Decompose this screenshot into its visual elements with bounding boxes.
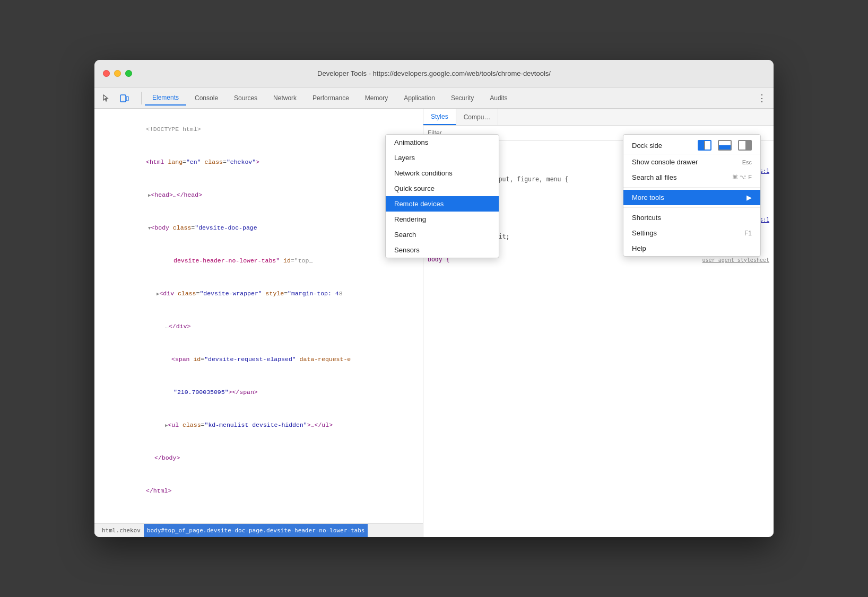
svg-point-2 (123, 100, 124, 101)
tab-audits[interactable]: Audits (482, 91, 515, 105)
menu-quick-source[interactable]: Quick source (386, 181, 499, 196)
show-console-shortcut: Esc (742, 159, 752, 165)
tab-application[interactable]: Application (396, 91, 442, 105)
more-tools-dropdown: Animations Layers Network conditions Qui… (385, 134, 499, 258)
settings-label: Settings (632, 229, 657, 237)
dock-side-row: Dock side (623, 135, 760, 154)
help-label: Help (632, 244, 646, 252)
menu-separator-2 (623, 207, 760, 208)
body-open-line: <body class="devsite-doc-page (94, 212, 423, 244)
show-console-drawer-item[interactable]: Show console drawer Esc (623, 154, 760, 170)
show-console-label: Show console drawer (632, 158, 698, 166)
settings-item[interactable]: Settings F1 (623, 225, 760, 241)
settings-dropdown: Dock side Show console drawer Esc Search… (623, 134, 761, 257)
settings-shortcut: F1 (744, 230, 752, 237)
body-close-line: </body> (94, 442, 423, 475)
more-options-button[interactable]: ⋮ (754, 91, 769, 106)
dock-left-icon[interactable] (698, 140, 711, 151)
div-close-line: …</div> (94, 310, 423, 343)
inspect-element-icon[interactable] (99, 91, 114, 106)
toolbar-divider (141, 92, 142, 104)
ul-line: <ul class="kd-menulist devsite-hidden">…… (94, 409, 423, 442)
tab-performance[interactable]: Performance (305, 91, 357, 105)
dock-side-label: Dock side (632, 142, 691, 150)
minimize-button[interactable] (114, 70, 121, 77)
device-toggle-icon[interactable] (117, 91, 132, 106)
title-bar: Developer Tools - https://developers.goo… (94, 60, 774, 87)
span-elapsed-line: <span id="devsite-request-elapsed" data-… (94, 343, 423, 376)
shortcuts-label: Shortcuts (632, 214, 661, 222)
search-files-label: Search all files (632, 173, 677, 181)
search-files-shortcut: ⌘ ⌥ F (732, 174, 752, 181)
doctype-line: <!DOCTYPE html> (94, 113, 423, 146)
html-open-line: <html lang="en" class="chekov"> (94, 146, 423, 179)
menu-search[interactable]: Search (386, 227, 499, 242)
traffic-lights (103, 70, 132, 77)
menu-network-conditions[interactable]: Network conditions (386, 165, 499, 181)
more-tools-item[interactable]: More tools ▶ (623, 190, 760, 205)
svg-rect-1 (126, 96, 128, 101)
toolbar-icons (99, 91, 132, 106)
body-ua-source: user agent stylesheet (702, 257, 769, 263)
tab-sources[interactable]: Sources (227, 91, 265, 105)
span-value-line: "210.700035095"></span> (94, 376, 423, 409)
window-title: Developer Tools - https://developers.goo… (317, 69, 551, 77)
tab-bar: Elements Console Sources Network Perform… (94, 87, 774, 109)
menu-layers[interactable]: Layers (386, 150, 499, 165)
maximize-button[interactable] (125, 70, 132, 77)
menu-separator-1 (623, 187, 760, 188)
menu-rendering[interactable]: Rendering (386, 212, 499, 227)
head-line: <head>…</head> (94, 179, 423, 212)
elements-content[interactable]: <!DOCTYPE html> <html lang="en" class="c… (94, 109, 423, 523)
breadcrumb-body[interactable]: body#top_of_page.devsite-doc-page.devsit… (144, 524, 368, 537)
body-class-continuation: devsite-header-no-lower-tabs" id="top_ (94, 244, 423, 277)
shortcuts-item[interactable]: Shortcuts (623, 210, 760, 225)
dock-bottom-icon[interactable] (718, 140, 732, 151)
more-tools-arrow: ▶ (747, 194, 752, 201)
menu-remote-devices[interactable]: Remote devices (386, 196, 499, 212)
breadcrumb-html[interactable]: html.chekov (99, 524, 144, 537)
styles-tabs: Styles Compu… (423, 109, 774, 126)
menu-sensors[interactable]: Sensors (386, 242, 499, 258)
html-close-line: </html> (94, 475, 423, 508)
div-wrapper-line: <div class="devsite-wrapper" style="marg… (94, 277, 423, 310)
tab-memory[interactable]: Memory (358, 91, 395, 105)
tab-console[interactable]: Console (187, 91, 225, 105)
search-all-files-item[interactable]: Search all files ⌘ ⌥ F (623, 170, 760, 185)
breadcrumb-bar: html.chekov body#top_of_page.devsite-doc… (94, 523, 423, 537)
dock-right-icon[interactable] (738, 140, 752, 151)
tab-security[interactable]: Security (444, 91, 481, 105)
tab-network[interactable]: Network (266, 91, 304, 105)
tab-elements[interactable]: Elements (145, 91, 186, 106)
close-button[interactable] (103, 70, 110, 77)
tab-computed[interactable]: Compu… (456, 109, 499, 125)
help-item[interactable]: Help (623, 241, 760, 256)
elements-panel: <!DOCTYPE html> <html lang="en" class="c… (94, 109, 423, 537)
menu-animations[interactable]: Animations (386, 135, 499, 150)
tab-styles[interactable]: Styles (423, 109, 456, 125)
